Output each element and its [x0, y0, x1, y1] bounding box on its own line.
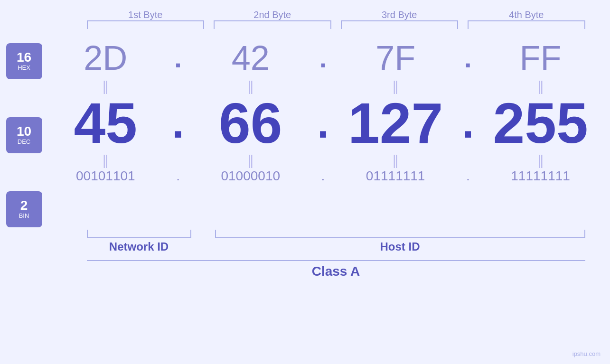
dec-oct1: 45 — [53, 94, 158, 151]
class-label: Class A — [82, 264, 590, 279]
dot-dec-2: . — [316, 99, 330, 148]
bracket-2 — [214, 20, 331, 29]
dot-hex-1: . — [171, 43, 185, 74]
dec-name: DEC — [18, 138, 30, 146]
dec-oct3: 127 — [343, 94, 448, 151]
dot-bin-2: . — [316, 168, 330, 184]
bracket-1 — [87, 20, 205, 29]
bracket-4 — [468, 20, 585, 29]
bottom-labels: Network ID Host ID — [82, 240, 590, 253]
bin-row: 00101101 . 01000010 . 01111111 . 1111111… — [42, 168, 604, 184]
base-labels: 16 HEX 10 DEC 2 BIN — [6, 38, 42, 227]
hex-row: 2D . 42 . 7F . FF — [42, 38, 604, 77]
host-id-label: Host ID — [210, 240, 590, 253]
hex-name: HEX — [18, 64, 30, 72]
class-bracket-line — [87, 260, 585, 261]
bin-num: 2 — [20, 199, 28, 212]
bin-name: BIN — [19, 212, 29, 220]
bracket-3 — [341, 20, 459, 29]
top-bracket-row — [82, 20, 590, 29]
dot-dec-3: . — [461, 99, 475, 148]
network-bracket — [87, 230, 191, 238]
main-container: 1st Byte 2nd Byte 3rd Byte 4th Byte 16 H… — [0, 0, 610, 364]
hex-oct4: FF — [488, 38, 593, 77]
hex-badge: 16 HEX — [6, 43, 42, 79]
hex-num: 16 — [17, 51, 31, 64]
dot-hex-2: . — [316, 43, 330, 74]
dec-oct2: 66 — [198, 94, 303, 151]
dec-badge: 10 DEC — [6, 117, 42, 153]
dec-num: 10 — [17, 125, 31, 138]
byte4-label: 4th Byte — [463, 9, 590, 20]
class-bracket-row — [82, 260, 590, 261]
dot-bin-1: . — [171, 168, 185, 184]
bottom-bracket-area — [82, 230, 590, 238]
watermark: ipshu.com — [572, 350, 601, 357]
dec-oct4: 255 — [488, 94, 593, 151]
byte1-label: 1st Byte — [82, 9, 209, 20]
content-area: 16 HEX 10 DEC 2 BIN 2D . 42 — [6, 38, 604, 227]
values-grid: 2D . 42 . 7F . FF ‖ ‖ — [42, 38, 604, 184]
bin-oct1: 00101101 — [53, 168, 158, 184]
bin-oct3: 01111111 — [343, 168, 448, 184]
byte2-label: 2nd Byte — [209, 9, 336, 20]
bin-badge: 2 BIN — [6, 191, 42, 227]
network-id-label: Network ID — [87, 240, 191, 253]
bin-oct4: 11111111 — [488, 168, 593, 184]
byte3-label: 3rd Byte — [336, 9, 463, 20]
dot-hex-3: . — [461, 43, 475, 74]
dec-row: 45 . 66 . 127 . 255 — [42, 94, 604, 151]
eq-row-2: ‖ ‖ ‖ ‖ — [42, 151, 604, 168]
hex-oct3: 7F — [343, 38, 448, 77]
hex-oct2: 42 — [198, 38, 303, 77]
dot-bin-3: . — [461, 168, 475, 184]
hex-oct1: 2D — [53, 38, 158, 77]
dot-dec-1: . — [171, 99, 185, 148]
bottom-brackets — [82, 230, 590, 238]
header-row: 1st Byte 2nd Byte 3rd Byte 4th Byte — [82, 9, 590, 20]
host-bracket — [215, 230, 585, 238]
bin-oct2: 01000010 — [198, 168, 303, 184]
